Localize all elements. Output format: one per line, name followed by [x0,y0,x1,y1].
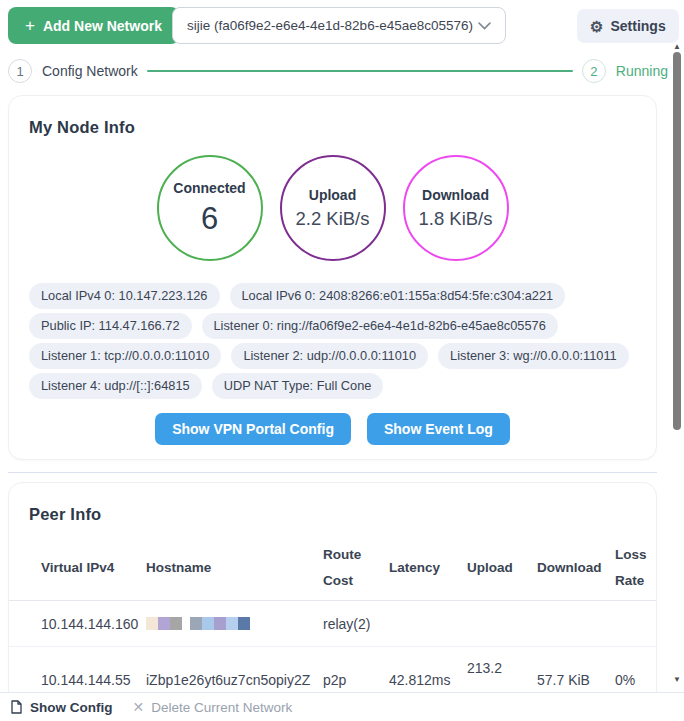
peer-2-hostname: iZbp1e26yt6uz7cn5opiy2Z [146,647,323,688]
my-node-info-card: My Node Info Connected 6 Upload 2.2 KiB/… [8,95,657,460]
step-2-circle: 2 [582,59,606,83]
step-1-label: Config Network [42,63,138,79]
connected-gauge-value: 6 [201,201,218,237]
peer-2-upload: 213.2 [467,647,537,676]
settings-button[interactable]: ⚙ Settings [577,9,679,43]
chip-listener-4: Listener 4: udp://[::]:64815 [29,373,202,399]
peer-1-route-cost: relay(2) [323,616,389,632]
show-config-button[interactable]: Show Config [10,700,112,715]
stepper-connector-line [147,70,573,72]
show-config-label: Show Config [30,700,112,715]
col-route-cost: Route Cost [323,542,389,594]
step-2-label: Running [616,63,668,79]
step-config-network: 1 Config Network [8,59,138,83]
plus-icon: + [25,17,35,34]
node-gauges: Connected 6 Upload 2.2 KiB/s Download 1.… [9,155,656,261]
redacted-hostname-blocks [146,617,323,630]
vertical-scrollbar[interactable]: ▲ ▼ [671,42,683,692]
download-gauge-label: Download [422,187,489,203]
peer-2-download: 57.7 KiB [537,647,615,688]
settings-label: Settings [610,18,665,34]
chip-local-ipv6: Local IPv6 0: 2408:8266:e01:155a:8d54:5f… [230,283,566,309]
show-event-log-button[interactable]: Show Event Log [367,413,510,445]
redaction-block [190,617,202,630]
col-loss-rate: Loss Rate [615,542,657,594]
close-icon: ✕ [132,700,144,714]
my-node-info-title: My Node Info [29,118,656,137]
chip-public-ip: Public IP: 114.47.166.72 [29,313,192,339]
peer-2-route-cost: p2p [323,647,389,688]
peer-table-header: Virtual IPv4 Hostname Route Cost Latency… [9,536,656,601]
chip-udp-nat-type: UDP NAT Type: Full Cone [212,373,384,399]
network-selector[interactable]: sijie (fa06f9e2-e6e4-4e1d-82b6-e45ae8c05… [172,7,506,44]
network-selector-value: sijie (fa06f9e2-e6e4-4e1d-82b6-e45ae8c05… [187,18,473,33]
upload-gauge-value: 2.2 KiB/s [295,208,369,230]
redaction-block [170,617,182,630]
chip-listener-1: Listener 1: tcp://0.0.0.0:11010 [29,343,221,369]
delete-current-network-button[interactable]: ✕ Delete Current Network [132,700,292,715]
node-info-chips: Local IPv4 0: 10.147.223.126 Local IPv6 … [29,283,636,399]
peer-1-hostname-redacted [146,617,323,630]
node-action-buttons: Show VPN Portal Config Show Event Log [9,413,656,445]
download-gauge: Download 1.8 KiB/s [403,155,509,261]
chip-listener-0: Listener 0: ring://fa06f9e2-e6e4-4e1d-82… [202,313,558,339]
chip-local-ipv4: Local IPv4 0: 10.147.223.126 [29,283,220,309]
peer-info-title: Peer Info [29,505,656,524]
chip-listener-3: Listener 3: wg://0.0.0.0:11011 [438,343,629,369]
peer-table-row: 10.144.144.160 relay(2) [9,601,656,647]
stepper: 1 Config Network 2 Running [8,58,668,84]
scrollbar-down-arrow[interactable]: ▼ [672,676,682,684]
redaction-block [226,617,238,630]
col-upload: Upload [467,555,537,581]
gear-icon: ⚙ [590,19,603,34]
redaction-block [146,617,158,630]
connected-gauge: Connected 6 [157,155,263,261]
redaction-block [158,617,170,630]
peer-1-virtual-ipv4: 10.144.144.160 [41,616,146,632]
peer-2-loss-rate: 0% [615,647,657,688]
upload-gauge-label: Upload [309,187,356,203]
card-divider [8,472,657,473]
peer-2-virtual-ipv4: 10.144.144.55 [41,647,146,688]
peer-2-latency: 42.812ms [389,647,467,688]
col-hostname: Hostname [146,555,323,581]
show-vpn-portal-config-button[interactable]: Show VPN Portal Config [155,413,351,445]
file-icon [10,700,23,714]
scrollbar-thumb[interactable] [673,52,681,430]
upload-gauge: Upload 2.2 KiB/s [280,155,386,261]
col-virtual-ipv4: Virtual IPv4 [41,555,146,581]
step-running: 2 Running [582,59,668,83]
redaction-block [214,617,226,630]
chevron-down-icon [478,22,491,30]
scrollbar-up-arrow[interactable]: ▲ [672,43,682,51]
peer-info-card: Peer Info Virtual IPv4 Hostname Route Co… [8,482,657,721]
step-1-circle: 1 [8,59,32,83]
download-gauge-value: 1.8 KiB/s [418,208,492,230]
connected-gauge-label: Connected [173,180,245,196]
col-download: Download [537,555,615,581]
delete-current-network-label: Delete Current Network [151,700,292,715]
redaction-block [238,617,250,630]
redaction-block [202,617,214,630]
add-new-network-label: Add New Network [43,18,162,34]
footer-bar: Show Config ✕ Delete Current Network [0,692,684,721]
add-new-network-button[interactable]: + Add New Network [8,7,179,44]
col-latency: Latency [389,555,467,581]
chip-listener-2: Listener 2: udp://0.0.0.0:11010 [231,343,428,369]
